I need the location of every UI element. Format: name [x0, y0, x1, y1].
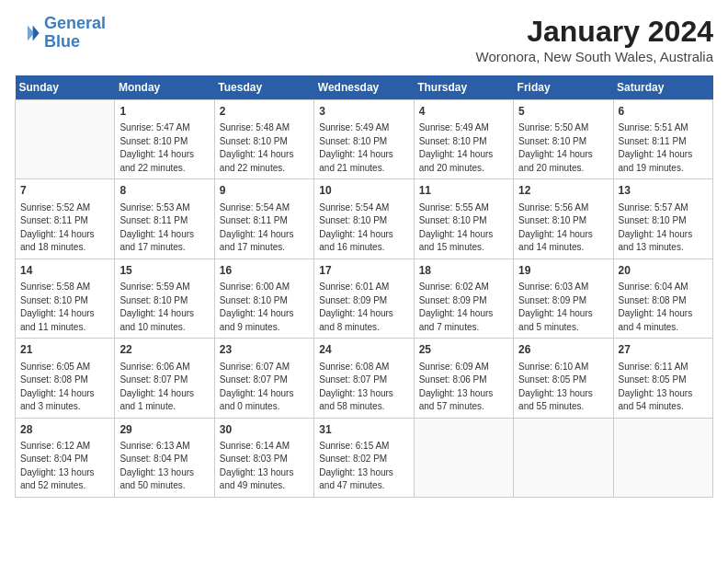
- calendar-cell: 3Sunrise: 5:49 AM Sunset: 8:10 PM Daylig…: [314, 100, 414, 179]
- calendar-cell: 31Sunrise: 6:15 AM Sunset: 8:02 PM Dayli…: [314, 418, 414, 497]
- day-number: 29: [119, 422, 209, 438]
- calendar-header-row: SundayMondayTuesdayWednesdayThursdayFrid…: [16, 75, 713, 100]
- day-header-tuesday: Tuesday: [214, 75, 313, 100]
- calendar-cell: 2Sunrise: 5:48 AM Sunset: 8:10 PM Daylig…: [214, 100, 313, 179]
- calendar-cell: [414, 418, 513, 497]
- day-info: Sunrise: 5:49 AM Sunset: 8:10 PM Dayligh…: [419, 121, 508, 175]
- calendar-week-2: 7Sunrise: 5:52 AM Sunset: 8:11 PM Daylig…: [16, 179, 713, 259]
- calendar-cell: [613, 418, 712, 497]
- header: General Blue January 2024 Woronora, New …: [15, 15, 713, 64]
- day-header-saturday: Saturday: [613, 75, 712, 100]
- day-info: Sunrise: 5:49 AM Sunset: 8:10 PM Dayligh…: [319, 121, 408, 175]
- calendar-cell: 5Sunrise: 5:50 AM Sunset: 8:10 PM Daylig…: [514, 100, 613, 179]
- day-number: 21: [20, 342, 109, 358]
- day-number: 6: [619, 104, 708, 120]
- day-info: Sunrise: 5:50 AM Sunset: 8:10 PM Dayligh…: [518, 121, 608, 175]
- day-number: 23: [220, 342, 309, 358]
- day-info: Sunrise: 5:54 AM Sunset: 8:10 PM Dayligh…: [319, 201, 408, 255]
- calendar-cell: 6Sunrise: 5:51 AM Sunset: 8:11 PM Daylig…: [613, 100, 712, 179]
- calendar-cell: 14Sunrise: 5:58 AM Sunset: 8:10 PM Dayli…: [16, 259, 115, 338]
- day-number: 19: [518, 263, 608, 279]
- day-info: Sunrise: 5:52 AM Sunset: 8:11 PM Dayligh…: [20, 201, 109, 255]
- day-info: Sunrise: 6:01 AM Sunset: 8:09 PM Dayligh…: [319, 281, 408, 334]
- calendar-cell: 26Sunrise: 6:10 AM Sunset: 8:05 PM Dayli…: [514, 339, 613, 418]
- day-info: Sunrise: 6:06 AM Sunset: 8:07 PM Dayligh…: [119, 361, 209, 414]
- day-header-monday: Monday: [115, 75, 214, 100]
- day-info: Sunrise: 6:14 AM Sunset: 8:03 PM Dayligh…: [220, 440, 309, 493]
- calendar-cell: 27Sunrise: 6:11 AM Sunset: 8:05 PM Dayli…: [613, 339, 712, 418]
- day-info: Sunrise: 6:02 AM Sunset: 8:09 PM Dayligh…: [419, 281, 508, 334]
- day-info: Sunrise: 6:10 AM Sunset: 8:05 PM Dayligh…: [518, 361, 608, 414]
- day-number: 4: [419, 104, 508, 120]
- day-info: Sunrise: 5:54 AM Sunset: 8:11 PM Dayligh…: [220, 201, 309, 255]
- calendar-cell: 22Sunrise: 6:06 AM Sunset: 8:07 PM Dayli…: [115, 339, 214, 418]
- day-info: Sunrise: 6:03 AM Sunset: 8:09 PM Dayligh…: [518, 281, 608, 334]
- day-info: Sunrise: 6:15 AM Sunset: 8:02 PM Dayligh…: [319, 440, 408, 493]
- day-number: 2: [220, 104, 309, 120]
- day-number: 9: [220, 183, 309, 199]
- calendar-cell: 20Sunrise: 6:04 AM Sunset: 8:08 PM Dayli…: [613, 259, 712, 338]
- calendar-cell: 4Sunrise: 5:49 AM Sunset: 8:10 PM Daylig…: [414, 100, 513, 179]
- calendar-cell: 23Sunrise: 6:07 AM Sunset: 8:07 PM Dayli…: [214, 339, 313, 418]
- day-info: Sunrise: 6:12 AM Sunset: 8:04 PM Dayligh…: [20, 440, 109, 493]
- day-info: Sunrise: 5:55 AM Sunset: 8:10 PM Dayligh…: [419, 201, 508, 255]
- day-header-wednesday: Wednesday: [314, 75, 414, 100]
- calendar-cell: 10Sunrise: 5:54 AM Sunset: 8:10 PM Dayli…: [314, 179, 414, 259]
- day-number: 16: [220, 263, 309, 279]
- day-number: 25: [419, 342, 508, 358]
- calendar-cell: 28Sunrise: 6:12 AM Sunset: 8:04 PM Dayli…: [16, 418, 115, 497]
- day-header-friday: Friday: [514, 75, 613, 100]
- day-number: 28: [20, 422, 109, 438]
- day-info: Sunrise: 5:58 AM Sunset: 8:10 PM Dayligh…: [20, 281, 109, 334]
- calendar-cell: 8Sunrise: 5:53 AM Sunset: 8:11 PM Daylig…: [115, 179, 214, 259]
- calendar-cell: 16Sunrise: 6:00 AM Sunset: 8:10 PM Dayli…: [214, 259, 313, 338]
- calendar-cell: [514, 418, 613, 497]
- calendar-cell: 24Sunrise: 6:08 AM Sunset: 8:07 PM Dayli…: [314, 339, 414, 418]
- day-number: 24: [319, 342, 408, 358]
- logo-line2: Blue: [44, 32, 80, 51]
- day-number: 14: [20, 263, 109, 279]
- calendar-cell: [16, 100, 115, 179]
- day-info: Sunrise: 5:59 AM Sunset: 8:10 PM Dayligh…: [119, 281, 209, 334]
- day-header-thursday: Thursday: [414, 75, 513, 100]
- calendar-cell: 15Sunrise: 5:59 AM Sunset: 8:10 PM Dayli…: [115, 259, 214, 338]
- day-number: 3: [319, 104, 408, 120]
- day-number: 5: [518, 104, 608, 120]
- title-area: January 2024 Woronora, New South Wales, …: [476, 15, 713, 64]
- calendar-table: SundayMondayTuesdayWednesdayThursdayFrid…: [15, 75, 713, 498]
- day-number: 17: [319, 263, 408, 279]
- day-info: Sunrise: 5:56 AM Sunset: 8:10 PM Dayligh…: [518, 201, 608, 255]
- logo-text: General Blue: [44, 15, 106, 52]
- location-title: Woronora, New South Wales, Australia: [476, 49, 713, 64]
- day-number: 7: [20, 183, 109, 199]
- calendar-cell: 19Sunrise: 6:03 AM Sunset: 8:09 PM Dayli…: [514, 259, 613, 338]
- day-info: Sunrise: 6:13 AM Sunset: 8:04 PM Dayligh…: [119, 440, 209, 493]
- day-number: 18: [419, 263, 508, 279]
- calendar-cell: 13Sunrise: 5:57 AM Sunset: 8:10 PM Dayli…: [613, 179, 712, 259]
- logo-icon: [15, 20, 40, 46]
- calendar-cell: 7Sunrise: 5:52 AM Sunset: 8:11 PM Daylig…: [16, 179, 115, 259]
- logo: General Blue: [15, 15, 106, 52]
- calendar-week-4: 21Sunrise: 6:05 AM Sunset: 8:08 PM Dayli…: [16, 339, 713, 418]
- day-number: 26: [518, 342, 608, 358]
- day-number: 11: [419, 183, 508, 199]
- day-info: Sunrise: 5:47 AM Sunset: 8:10 PM Dayligh…: [119, 121, 209, 175]
- day-number: 10: [319, 183, 408, 199]
- day-number: 22: [119, 342, 209, 358]
- day-number: 30: [220, 422, 309, 438]
- calendar-cell: 30Sunrise: 6:14 AM Sunset: 8:03 PM Dayli…: [214, 418, 313, 497]
- day-number: 1: [119, 104, 209, 120]
- day-number: 8: [119, 183, 209, 199]
- calendar-body: 1Sunrise: 5:47 AM Sunset: 8:10 PM Daylig…: [16, 100, 713, 498]
- day-info: Sunrise: 5:48 AM Sunset: 8:10 PM Dayligh…: [220, 121, 309, 175]
- day-info: Sunrise: 6:09 AM Sunset: 8:06 PM Dayligh…: [419, 361, 508, 414]
- logo-line1: General: [44, 14, 106, 32]
- calendar-cell: 18Sunrise: 6:02 AM Sunset: 8:09 PM Dayli…: [414, 259, 513, 338]
- calendar-cell: 9Sunrise: 5:54 AM Sunset: 8:11 PM Daylig…: [214, 179, 313, 259]
- month-title: January 2024: [476, 15, 713, 49]
- day-number: 15: [119, 263, 209, 279]
- calendar-week-5: 28Sunrise: 6:12 AM Sunset: 8:04 PM Dayli…: [16, 418, 713, 497]
- day-header-sunday: Sunday: [16, 75, 115, 100]
- day-number: 31: [319, 422, 408, 438]
- day-info: Sunrise: 5:57 AM Sunset: 8:10 PM Dayligh…: [619, 201, 708, 255]
